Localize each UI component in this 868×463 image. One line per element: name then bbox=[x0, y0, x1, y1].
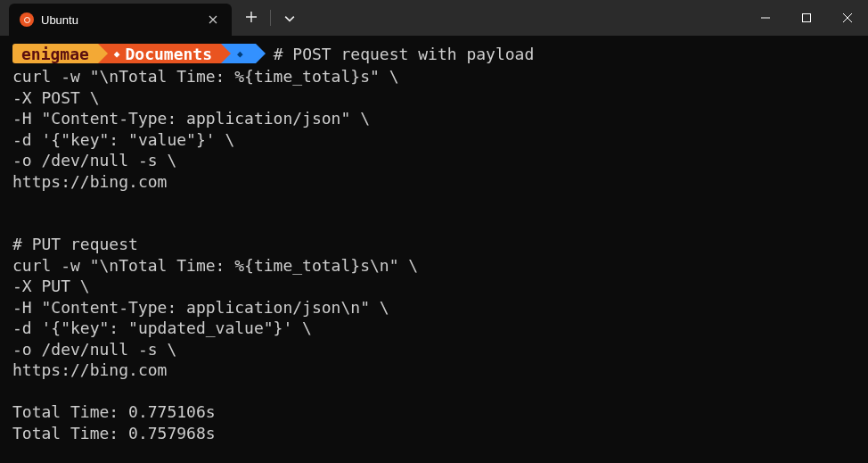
prompt-path-segment: ◆ Documents bbox=[98, 44, 221, 63]
prompt-user: enigmae bbox=[21, 44, 89, 64]
tab-title: Ubuntu bbox=[41, 13, 205, 27]
close-tab-button[interactable] bbox=[205, 9, 221, 30]
terminal[interactable]: enigmae ◆ Documents ◆ # POST request wit… bbox=[0, 36, 868, 443]
tab-ubuntu[interactable]: Ubuntu bbox=[9, 4, 232, 36]
prompt-user-segment: enigmae bbox=[12, 44, 98, 63]
minimize-button[interactable] bbox=[745, 0, 786, 36]
folder-icon: ◆ bbox=[114, 44, 120, 64]
git-icon: ◆ bbox=[237, 44, 243, 64]
terminal-output: curl -w "\nTotal Time: %{time_total}s" \… bbox=[0, 66, 868, 443]
window-controls bbox=[745, 0, 868, 36]
prompt-path: Documents bbox=[125, 44, 212, 64]
titlebar: Ubuntu bbox=[0, 0, 868, 36]
tab-actions bbox=[237, 4, 304, 31]
prompt-line: enigmae ◆ Documents ◆ # POST request wit… bbox=[0, 43, 868, 64]
ubuntu-icon bbox=[20, 12, 34, 27]
maximize-button[interactable] bbox=[786, 0, 827, 36]
svg-rect-0 bbox=[803, 14, 811, 22]
divider bbox=[270, 10, 271, 26]
close-window-button[interactable] bbox=[827, 0, 868, 36]
dropdown-button[interactable] bbox=[275, 4, 304, 31]
new-tab-button[interactable] bbox=[237, 4, 266, 31]
prompt-command: # POST request with payload bbox=[274, 44, 535, 64]
